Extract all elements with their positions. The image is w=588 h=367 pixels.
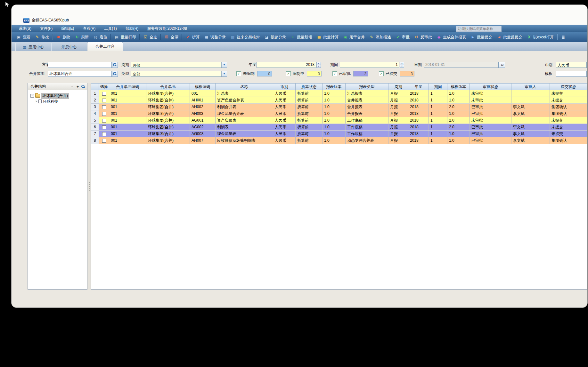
status-checkbox[interactable]: ✓ [379,71,384,76]
table-cell[interactable]: 合并报表 [346,97,388,104]
term-spinner[interactable]: ▲▼ [400,62,404,68]
table-cell[interactable]: 2.0 [447,124,470,131]
translate-button[interactable]: ✔折算 [183,34,202,41]
column-header-审批状态[interactable]: 审批状态 [470,84,511,90]
column-header-合并单元[interactable]: 合并单元 [146,84,190,90]
table-cell[interactable]: 1.0 [323,131,346,137]
collapse-toggle-icon[interactable]: − [30,94,34,98]
batch-submit-button[interactable]: ►批量提交 [468,34,494,41]
table-row[interactable]: 8001环球集团(合并)AH007应收账款及坏账明细表人民币折算前1.0动态罗列… [91,137,587,144]
year-input[interactable] [257,62,316,68]
table-cell[interactable]: 应收账款及坏账明细表 [216,137,273,144]
row-checkbox[interactable] [102,119,106,123]
table-cell[interactable]: 折算前 [296,131,323,137]
column-header-期间[interactable]: 期间 [429,84,447,90]
table-cell[interactable]: 1.0 [447,131,470,137]
table-cell[interactable]: 001 [109,110,146,117]
refresh-button[interactable]: ↻刷新 [72,34,91,41]
table-cell[interactable]: 利润表 [216,124,273,131]
table-cell[interactable]: 2.0 [447,104,470,110]
row-select-cell[interactable] [99,90,109,97]
tree-node-root[interactable]: − 环球集团(合并) [30,93,86,99]
column-header-报表版本[interactable]: 报表版本 [323,84,346,90]
table-cell[interactable]: 未提交 [550,124,587,131]
table-cell[interactable]: 李文斌 [511,137,550,144]
table-cell[interactable]: 工作底稿 [346,124,388,131]
table-cell[interactable]: 未提交 [550,131,587,137]
table-cell[interactable]: AG003 [190,131,216,137]
generate-report-button[interactable]: ◈生成合并报表 [434,34,468,41]
currency-combo[interactable]: 人民币 [556,62,587,68]
template-input[interactable] [556,71,587,77]
status-checkbox[interactable]: ✓ [332,71,337,76]
table-cell[interactable]: 人民币 [273,137,296,144]
table-cell[interactable]: 月报 [388,90,408,97]
locate-button[interactable]: ◎定位 [91,34,110,41]
row-select-cell[interactable] [99,97,109,104]
row-checkbox[interactable] [102,99,106,102]
table-cell[interactable]: 未审批 [470,97,511,104]
table-cell[interactable]: 2018 [408,124,429,131]
table-cell[interactable]: 李文斌 [511,124,550,131]
table-cell[interactable]: 合并报表 [346,104,388,110]
table-cell[interactable]: 现金流量表 [216,131,273,137]
select-all-button[interactable]: ☑全选 [141,34,159,41]
table-cell[interactable]: 人民币 [273,97,296,104]
table-cell[interactable]: 已审批 [470,131,511,137]
scheme-input[interactable] [48,62,112,68]
table-cell[interactable]: 2018 [408,90,429,97]
table-cell[interactable]: 1 [429,104,447,110]
table-cell[interactable]: 1 [429,137,447,144]
clear-all-button[interactable]: ☒全清 [162,34,181,41]
table-cell[interactable]: 李文斌 [511,131,550,137]
term-input[interactable] [340,62,399,68]
menu-item-3[interactable]: 查看(V) [83,26,95,31]
batch-calc-button[interactable]: ▦批量计算 [314,34,341,41]
table-cell[interactable]: 环球集团(合并) [146,137,190,144]
table-cell[interactable]: 1.0 [323,110,346,117]
table-cell[interactable]: AH001 [190,97,216,104]
row-select-cell[interactable] [99,110,109,117]
table-cell[interactable]: 001 [190,90,216,97]
scope-input[interactable] [48,71,112,77]
row-number-cell[interactable]: 7 [91,131,99,137]
view-button[interactable]: ▣查看 [14,34,33,41]
table-cell[interactable]: 已审批 [470,124,511,131]
adjust-entry-button[interactable]: ▦调整分录 [202,34,228,41]
table-cell[interactable]: 1.0 [447,110,470,117]
table-cell[interactable]: 2018 [408,117,429,124]
table-cell[interactable]: 折算前 [296,137,323,144]
row-number-cell[interactable]: 1 [91,90,99,97]
table-cell[interactable]: 工作底稿 [346,131,388,137]
tree-node-child[interactable]: └ 环球科技 [35,99,86,104]
panel-splitter[interactable] [87,83,91,290]
table-cell[interactable]: 1 [429,90,447,97]
column-header-提交状态[interactable]: 提交状态 [550,84,587,90]
unapprove-button[interactable]: ↺反审批 [412,34,434,41]
chevron-down-icon[interactable]: ▼ [221,71,227,76]
table-cell[interactable]: 2018 [408,110,429,117]
search-button[interactable] [80,84,86,89]
row-checkbox[interactable] [102,132,106,136]
table-cell[interactable]: AG002 [190,124,216,131]
edit-button[interactable]: ✎修改 [33,34,51,41]
menu-item-0[interactable]: 系统(S) [19,26,31,31]
table-cell[interactable]: AH003 [190,110,216,117]
row-select-cell[interactable] [99,131,109,137]
table-row[interactable]: 3001环球集团(合并)AH002利润合并表人民币折算前1.0合并报表月报201… [91,104,587,110]
tree-root-label[interactable]: 环球集团(合并) [41,93,69,99]
table-row[interactable]: 2001环球集团(合并)AH001资产负债合并表人民币折算前1.0合并报表月报2… [91,97,587,104]
menu-item-1[interactable]: 文件(F) [40,26,53,31]
table-cell[interactable]: 折算前 [296,110,323,117]
excel-open-button[interactable]: X以excel打开 [525,34,556,41]
table-cell[interactable]: 月报 [388,117,408,124]
table-cell[interactable]: 李文斌 [511,104,550,110]
table-cell[interactable]: 1 [429,97,447,104]
table-cell[interactable]: 汇总报表 [346,90,388,97]
row-number-cell[interactable]: 8 [91,137,99,144]
row-number-cell[interactable]: 3 [91,104,99,110]
chevron-down-icon[interactable]: ▼ [221,62,227,68]
table-cell[interactable]: 集团确认 [550,110,587,117]
table-cell[interactable]: 利润合并表 [216,104,273,110]
table-cell[interactable]: 1.0 [323,124,346,131]
